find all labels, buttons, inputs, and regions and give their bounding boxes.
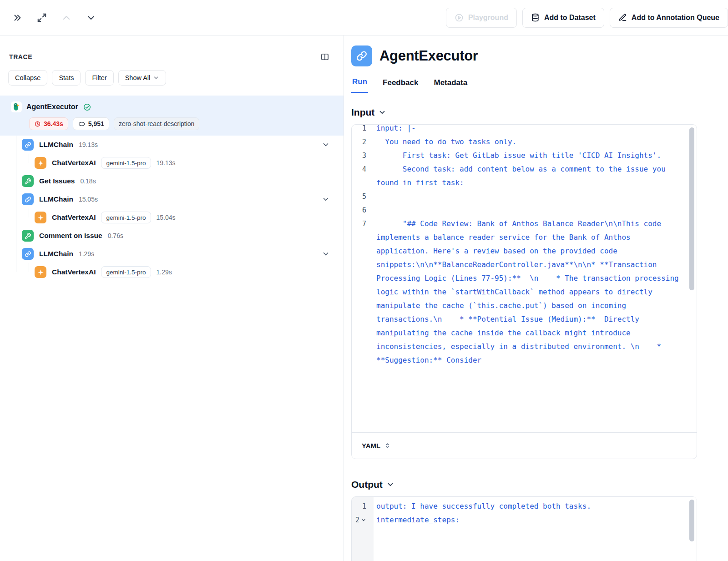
- playground-label: Playground: [468, 14, 508, 22]
- line-number: 2: [352, 135, 374, 149]
- root-run-name: AgentExecutor: [26, 103, 78, 111]
- line-number: 1: [352, 125, 374, 135]
- chevrons-up-down-icon: [384, 442, 391, 449]
- input-code-content: 1 input: |- 2 You need to do two tasks o…: [352, 125, 697, 432]
- run-title: AgentExecutor: [379, 48, 478, 64]
- toolbar-right-group: Playground Add to Dataset Add to Annotat…: [446, 8, 728, 28]
- add-to-annotation-queue-button[interactable]: Add to Annotation Queue: [610, 8, 728, 28]
- trace-root-row[interactable]: AgentExecutor 36.43s 5,951 zero-shot-rea…: [0, 96, 344, 136]
- line-number: 6: [352, 203, 374, 217]
- clock-icon: [34, 121, 41, 127]
- vertexai-icon: [35, 266, 46, 278]
- previous-run-icon[interactable]: [56, 8, 76, 28]
- input-scrollbar[interactable]: [689, 127, 694, 430]
- line-number: 4: [352, 162, 374, 176]
- chevron-down-icon: [386, 480, 394, 489]
- tab-feedback[interactable]: Feedback: [382, 75, 419, 93]
- collapse-button[interactable]: Collapse: [8, 70, 47, 86]
- chevron-down-icon: [378, 108, 386, 116]
- format-label: YAML: [362, 442, 380, 450]
- wrench-icon: [22, 175, 34, 187]
- code-line: 7 "## Code Review: Bank of Anthos Balanc…: [352, 217, 685, 367]
- code-line: 4 Second task: add content below as a co…: [352, 162, 685, 190]
- line-number: 2: [352, 513, 374, 527]
- next-run-icon[interactable]: [81, 8, 101, 28]
- pen-icon: [618, 13, 627, 22]
- line-number: 5: [352, 190, 374, 203]
- model-badge: gemini-1.5-pro: [101, 157, 151, 169]
- collapse-row-icon[interactable]: [322, 141, 330, 149]
- scrollbar-thumb[interactable]: [689, 500, 694, 541]
- filter-button[interactable]: Filter: [85, 70, 113, 86]
- root-badges: 36.43s 5,951 zero-shot-react-description: [29, 117, 344, 130]
- trace-row-llmchain-1[interactable]: LLMChain 19.13s: [0, 136, 344, 154]
- tab-run[interactable]: Run: [351, 75, 368, 93]
- trace-controls: Collapse Stats Filter Show All: [0, 64, 344, 86]
- fullscreen-icon[interactable]: [32, 8, 52, 28]
- code-line: 1 input: |-: [352, 125, 685, 135]
- input-section-header[interactable]: Input: [351, 107, 697, 118]
- code-line: 2 You need to do two tasks only.: [352, 135, 685, 149]
- input-label: Input: [351, 107, 374, 118]
- trace-tree: AgentExecutor 36.43s 5,951 zero-shot-rea…: [0, 96, 344, 281]
- model-badge: gemini-1.5-pro: [101, 266, 151, 278]
- playground-button[interactable]: Playground: [446, 8, 517, 28]
- output-label: Output: [351, 479, 383, 490]
- add-to-dataset-label: Add to Dataset: [544, 14, 596, 22]
- trace-row-chatvertexai-2[interactable]: ChatVertexAI gemini-1.5-pro 15.04s: [0, 208, 344, 227]
- line-number: 3: [352, 149, 374, 162]
- run-detail-panel: AgentExecutor Run Feedback Metadata Inpu…: [344, 35, 728, 561]
- code-line: 3 First task: Get GitLab issue with titl…: [352, 149, 685, 162]
- chain-link-icon: [22, 193, 34, 205]
- play-circle-icon: [455, 13, 464, 22]
- trace-row-chatvertexai-3[interactable]: ChatVertexAI gemini-1.5-pro 1.29s: [0, 263, 344, 281]
- output-code-content: 1 output: I have successfully completed …: [352, 497, 697, 561]
- format-selector[interactable]: YAML: [352, 432, 697, 459]
- line-number: 1: [352, 500, 374, 513]
- line-number: 7: [352, 217, 374, 231]
- code-line: 2 intermediate_steps:: [352, 513, 685, 527]
- collapse-row-icon[interactable]: [322, 250, 330, 258]
- trace-row-chatvertexai-1[interactable]: ChatVertexAI gemini-1.5-pro 19.13s: [0, 154, 344, 172]
- database-icon: [531, 13, 540, 22]
- split-panel-icon[interactable]: [318, 50, 332, 64]
- output-section-header[interactable]: Output: [351, 479, 697, 490]
- stats-button[interactable]: Stats: [52, 70, 81, 86]
- top-toolbar: Playground Add to Dataset Add to Annotat…: [0, 0, 728, 35]
- trace-row-llmchain-3[interactable]: LLMChain 1.29s: [0, 245, 344, 263]
- wrench-icon: [22, 230, 34, 242]
- code-line: 5: [352, 190, 685, 203]
- scrollbar-thumb[interactable]: [689, 127, 694, 290]
- chain-link-icon: [22, 139, 34, 151]
- trace-row-get-issues[interactable]: Get Issues 0.18s: [0, 172, 344, 190]
- tokens-icon: [78, 120, 86, 128]
- show-all-dropdown[interactable]: Show All: [118, 70, 167, 86]
- toolbar-left-group: [7, 8, 101, 28]
- code-line: 1 output: I have successfully completed …: [352, 500, 685, 513]
- agent-type-tag: zero-shot-react-description: [114, 117, 200, 130]
- trace-row-llmchain-2[interactable]: LLMChain 15.05s: [0, 190, 344, 208]
- vertexai-icon: [35, 157, 46, 169]
- vertexai-icon: [35, 212, 46, 223]
- main-layout: TRACE Collapse Stats Filter Show All: [0, 35, 728, 561]
- parrot-icon: [11, 101, 22, 112]
- trace-children: LLMChain 19.13s ChatVertexAI gemini-1.5-…: [0, 136, 344, 281]
- input-code-block: 1 input: |- 2 You need to do two tasks o…: [351, 124, 697, 459]
- tab-metadata[interactable]: Metadata: [433, 75, 468, 93]
- add-to-dataset-button[interactable]: Add to Dataset: [522, 8, 604, 28]
- success-check-icon: [83, 103, 91, 111]
- model-badge: gemini-1.5-pro: [101, 212, 151, 223]
- chain-link-icon: [22, 248, 34, 260]
- trace-panel: TRACE Collapse Stats Filter Show All: [0, 35, 344, 561]
- trace-row-comment-on-issue[interactable]: Comment on Issue 0.76s: [0, 227, 344, 245]
- chain-link-icon: [351, 45, 372, 66]
- collapse-row-icon[interactable]: [322, 195, 330, 203]
- duration-badge: 36.43s: [29, 117, 68, 130]
- collapse-line-icon[interactable]: [361, 517, 366, 523]
- output-scrollbar[interactable]: [689, 500, 694, 554]
- collapse-panel-icon[interactable]: [7, 8, 27, 28]
- langsmith-trace-page: { "toolbar": { "playground": "Playground…: [0, 0, 728, 561]
- detail-tabs: Run Feedback Metadata: [351, 75, 697, 93]
- trace-panel-title: TRACE: [9, 53, 32, 61]
- code-line: 6: [352, 203, 685, 217]
